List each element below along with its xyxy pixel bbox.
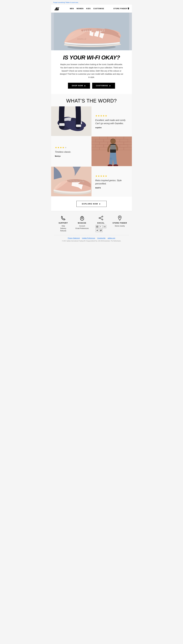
footer-legal: Privacy Statement Update Preferences Uns… [54,235,129,242]
customise-arrow-icon: ► [109,84,111,87]
support-help-link[interactable]: Help [54,225,73,227]
svg-point-64 [102,219,103,220]
customise-label: CUSTOMISE [96,84,108,86]
support-title: SUPPORT [54,222,73,224]
explore-arrow-icon: ► [99,203,101,205]
twitter-icon[interactable] [96,229,99,232]
reviews-section: WHAT'S THE WORD? [51,94,132,211]
nav-items: MEN WOMEN KIDS CUSTOMISE [70,8,104,10]
footer-store-finder: STORE FINDER Stores nearby [110,215,129,228]
footer-copyright: © 2017 adidas International Trading BV, … [54,240,129,242]
top-bar: Forgot something? Make it count now... [51,0,132,4]
shop-now-button[interactable]: SHOP NOW ► [68,83,90,89]
manage-title: MANAGE [73,222,92,224]
manage-icon-container [79,215,85,221]
store-finder-nav[interactable]: STORE FINDER [114,8,129,10]
nav-kids[interactable]: KIDS [86,8,91,10]
review-text-2: ★★★★★ Timeless classic. Mattyc [51,136,92,167]
stars-1: ★★★★★ [95,114,128,117]
footer-icons-row: SUPPORT Help Delivery Refunds MANAGE Acc… [54,215,129,232]
share-icon [98,216,104,220]
empty-star-icon: ★ [64,146,67,149]
shop-now-label: SHOP NOW [72,84,83,86]
footer-manage: MANAGE Account Email Preferences [73,215,92,230]
review-quote-2: Timeless classic. [55,150,88,154]
svg-rect-22 [76,124,81,127]
update-preferences-link[interactable]: Update Preferences [82,237,95,239]
explore-section: EXPLORE NOW ► [51,197,132,211]
cta-buttons: SHOP NOW ► CUSTOMISE ► [59,83,124,89]
adidas-logo [54,6,60,11]
footer-social: SOCIAL f [92,215,110,232]
logo-area [54,6,60,11]
shop-now-arrow-icon: ► [84,84,86,87]
reviewer-name-1: supdoc [95,127,128,128]
customise-button[interactable]: CUSTOMISE ► [92,83,115,89]
reviewer-name-3: Gb072 [95,187,128,189]
star-icon: ★★★★★ [95,175,108,178]
privacy-statement-link[interactable]: Privacy Statement [68,237,80,239]
dark-shoe-img: adidas [51,106,92,136]
support-icon-container [60,215,66,221]
explore-now-button[interactable]: EXPLORE NOW ► [76,201,106,207]
topbar-link[interactable]: Forgot something? Make it count now... [53,2,79,3]
main-body-text: Maybe your browser crashed when looking … [59,63,124,79]
star-icon: ★★★★ [55,146,64,149]
support-delivery-link[interactable]: Delivery [54,228,73,229]
review-quote-3: Retro inspired genius. Style personified… [95,179,128,185]
phone-icon [61,216,66,220]
svg-point-68 [97,226,98,227]
pinterest-icon[interactable] [99,229,102,232]
social-icons-grid: f [96,225,106,232]
nav-men[interactable]: MEN [70,8,74,10]
review-text-1: ★★★★★ Excellent, well made and comfy. Ca… [92,106,132,136]
footer-legal-links: Privacy Statement Update Preferences Uns… [54,237,129,239]
store-finder-title: STORE FINDER [110,222,129,224]
svg-text:GAZELLE: GAZELLE [77,38,86,40]
svg-point-69 [98,226,98,226]
main-headline: IS YOUR WI-FI OKAY? [59,54,124,61]
star-icon: ★★★★★ [95,114,108,117]
hero-section: GAZELLE [51,13,132,50]
adidas-com-link[interactable]: adidas.com [108,237,115,239]
footer: SUPPORT Help Delivery Refunds MANAGE Acc… [51,211,132,243]
social-icon-container [98,215,104,221]
reviewer-name-2: Mattyc [55,155,88,157]
unsubscribe-link[interactable]: Unsubscribe [97,237,106,239]
svg-text:f: f [100,226,101,228]
stores-nearby-link[interactable]: Stores nearby [110,225,129,227]
svg-point-62 [102,216,103,217]
location-big-icon [118,216,122,220]
nav-women[interactable]: WOMEN [76,8,84,10]
footer-support: SUPPORT Help Delivery Refunds [54,215,73,232]
store-finder-label: STORE FINDER [114,8,127,10]
review-quote-1: Excellent, well made and comfy. Can't go… [95,119,128,125]
social-title: SOCIAL [92,222,110,224]
reviews-grid: adidas ★★★★★ Excellent, well made and co… [51,106,132,197]
svg-rect-67 [96,226,98,228]
youtube-icon[interactable] [103,225,106,228]
svg-point-63 [99,218,100,218]
svg-line-65 [100,217,102,218]
instagram-icon[interactable] [96,225,99,228]
svg-marker-72 [104,226,105,227]
pink-shoe-close-img [51,167,92,196]
facebook-icon[interactable]: f [99,225,102,228]
review-image-3 [51,167,92,197]
svg-point-73 [119,217,120,218]
review-image-1: adidas [51,106,92,136]
reviews-title: WHAT'S THE WORD? [51,98,132,104]
stars-3: ★★★★★ [95,174,128,178]
stars-2: ★★★★★ [55,146,88,149]
person-wall-img [92,136,132,166]
svg-rect-21 [59,123,64,126]
nav-customise[interactable]: CUSTOMISE [94,8,104,10]
manage-email-prefs-link[interactable]: Email Preferences [73,228,92,229]
manage-account-link[interactable]: Account [73,225,92,227]
svg-point-47 [110,138,116,144]
main-content: IS YOUR WI-FI OKAY? Maybe your browser c… [51,50,132,94]
header: MEN WOMEN KIDS CUSTOMISE STORE FINDER [51,4,132,13]
location-pin-icon [128,8,129,10]
review-image-2 [92,136,132,167]
support-refunds-link[interactable]: Refunds [54,230,73,232]
